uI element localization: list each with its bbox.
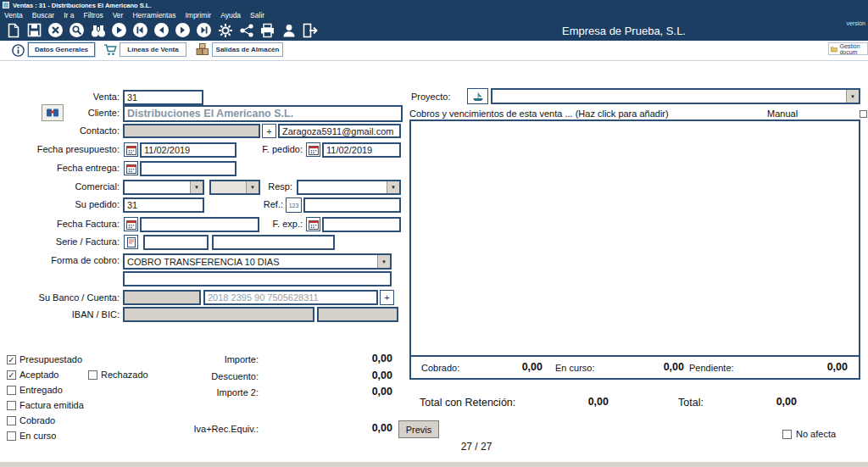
ref-123-button[interactable]: 123 [286, 197, 302, 213]
fecha-factura-input[interactable] [140, 217, 259, 232]
payments-list[interactable] [409, 120, 860, 357]
gestion-documental-button[interactable]: Gestión docum [828, 42, 868, 55]
save-icon [27, 23, 42, 37]
print-button[interactable] [257, 20, 278, 40]
next-record-button[interactable] [172, 20, 193, 40]
f-exp-input[interactable] [322, 217, 401, 232]
banco-add-button[interactable]: + [380, 290, 394, 305]
menu-ayuda[interactable]: Ayuda [220, 11, 241, 19]
f-exp-calendar-button[interactable] [306, 217, 320, 231]
menu-filtros[interactable]: Filtros [84, 11, 103, 19]
checkbox-factura-emitida[interactable] [7, 401, 16, 410]
f-pedido-input[interactable]: 11/02/2019 [322, 142, 401, 158]
previs-button[interactable]: Previs [398, 420, 439, 438]
checkbox-cobrado[interactable] [7, 416, 16, 425]
chevron-down-icon[interactable]: ▼ [190, 181, 203, 193]
forma-cobro-select[interactable]: COBRO TRANSFERENCIA 10 DIAS▼ [123, 253, 392, 270]
menu-imprimir[interactable]: Imprimir [185, 11, 211, 19]
importe-label: Importe: [174, 354, 259, 364]
su-pedido-input[interactable]: 31 [123, 197, 204, 213]
close-button[interactable] [45, 20, 66, 40]
fecha-presupuesto-calendar-button[interactable] [124, 142, 138, 157]
chevron-down-icon[interactable]: ▼ [377, 255, 390, 268]
prev-record-button[interactable] [151, 20, 172, 40]
checkbox-no-afecta[interactable] [782, 430, 792, 439]
chevron-down-icon[interactable]: ▼ [387, 181, 399, 193]
proyecto-lookup-button[interactable] [467, 88, 488, 104]
total-value: 0,00 [731, 396, 797, 408]
descuento-label: Descuento: [174, 371, 259, 381]
venta-input[interactable]: 31 [123, 90, 203, 105]
chevron-down-icon[interactable]: ▼ [846, 90, 859, 103]
serie-factura-label: Serie / Factura: [1, 236, 120, 247]
settings-button[interactable] [214, 20, 236, 40]
new-record-button[interactable] [3, 20, 24, 40]
chevron-down-icon[interactable]: ▼ [246, 181, 259, 193]
f-pedido-label: F. pedido: [254, 144, 303, 154]
app-window: Ventas : 31 - Distribuciones El American… [0, 0, 868, 467]
bic-input[interactable] [317, 307, 398, 322]
contacto-input[interactable] [123, 124, 260, 138]
checkbox-en-curso[interactable] [7, 431, 16, 441]
find-button[interactable] [87, 20, 108, 40]
info-icon [12, 44, 25, 57]
client-lookup-button[interactable] [42, 104, 64, 121]
fecha-entrega-input[interactable] [140, 161, 236, 176]
checkbox-entregado[interactable] [7, 386, 16, 395]
share-button[interactable] [236, 20, 257, 40]
tab-lineas-venta[interactable]: Líneas de Venta [120, 42, 186, 57]
cobros-header[interactable]: Cobros y vencimientos de esta venta ... … [409, 108, 669, 119]
tab-datos-generales[interactable]: Datos Generales [28, 42, 95, 57]
contacto-add-button[interactable]: + [262, 124, 276, 138]
banco-input[interactable] [123, 290, 201, 305]
resp-select[interactable]: ▼ [297, 180, 401, 195]
menu-buscar[interactable]: Buscar [32, 11, 54, 19]
serie-lookup-button[interactable] [124, 235, 138, 249]
su-pedido-label: Su pedido: [1, 199, 120, 209]
ref-input[interactable] [303, 197, 401, 213]
comercial-sub-select[interactable]: ▼ [209, 180, 260, 195]
checkbox-presupuestado[interactable] [7, 355, 16, 364]
search-button[interactable] [66, 20, 87, 40]
fecha-presupuesto-label: Fecha presupuesto: [1, 144, 120, 154]
user-button[interactable] [278, 20, 299, 40]
fecha-factura-calendar-button[interactable] [124, 217, 138, 231]
menu-ver[interactable]: Ver [113, 11, 124, 19]
calendar-icon [126, 220, 136, 230]
cliente-input[interactable]: Distribuciones El Americano S.L. [123, 105, 403, 122]
run-button[interactable] [108, 20, 130, 40]
checkbox-aceptado[interactable] [7, 370, 16, 380]
save-button[interactable] [24, 20, 45, 40]
cuenta-input[interactable]: 2018 2395 90 7505628311 [203, 290, 378, 305]
fecha-entrega-calendar-button[interactable] [124, 161, 138, 175]
importe2-label: Importe 2: [174, 387, 259, 398]
window-title: Ventas : 31 - Distribuciones El American… [13, 2, 152, 9]
first-record-button[interactable] [130, 20, 151, 40]
fecha-presupuesto-input[interactable]: 11/02/2019 [140, 142, 236, 158]
menu-salir[interactable]: Salir [250, 11, 264, 19]
play-circle-icon [111, 22, 127, 38]
nav-last-icon [196, 22, 212, 38]
checkbox-manual[interactable] [860, 110, 867, 118]
menu-herramientas[interactable]: Herramientas [132, 11, 175, 19]
last-record-button[interactable] [193, 20, 214, 40]
en-curso-total-value: 0,00 [616, 361, 684, 373]
nav-next-icon [175, 22, 191, 38]
serie-input[interactable] [143, 235, 209, 250]
factura-emitida-label: Factura emitida [19, 400, 84, 410]
factura-input[interactable] [212, 235, 335, 250]
descuento-value: 0,00 [308, 370, 392, 381]
checkbox-rechazado[interactable] [88, 370, 97, 380]
exit-button[interactable] [299, 20, 320, 40]
proyecto-select[interactable]: ▼ [491, 88, 860, 104]
rechazado-label: Rechazado [101, 370, 148, 380]
forma-cobro-line2-input[interactable] [123, 271, 392, 286]
f-pedido-calendar-button[interactable] [306, 142, 320, 157]
tab-salidas-almacen[interactable]: Salidas de Almacén [212, 42, 283, 57]
iban-input[interactable] [123, 307, 314, 322]
menu-ir-a[interactable]: Ir a [64, 11, 74, 19]
menu-venta[interactable]: Venta [4, 11, 23, 19]
email-input[interactable]: Zaragoza5911@gmail.com [278, 124, 401, 138]
manual-label: Manual [767, 108, 798, 119]
comercial-select[interactable]: ▼ [123, 180, 204, 195]
